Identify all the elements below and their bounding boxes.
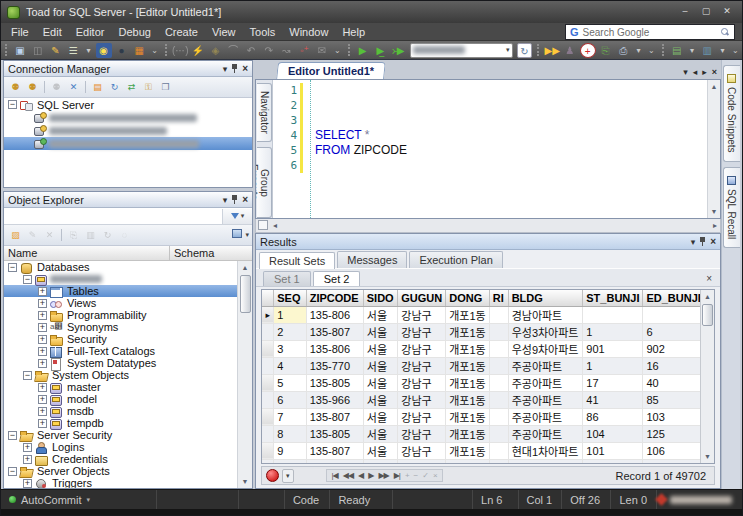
grid-cell[interactable]: 17: [583, 374, 643, 391]
menu-create[interactable]: Create: [158, 24, 205, 40]
row-indicator[interactable]: [262, 391, 274, 408]
grid-cell[interactable]: 135-770: [306, 357, 363, 374]
grid-cell[interactable]: 강남구: [398, 306, 446, 323]
grid-cell[interactable]: 서울: [363, 323, 397, 340]
nav-last-icon[interactable]: ▶|: [394, 471, 400, 480]
column-schema-header[interactable]: Schema: [170, 247, 252, 259]
column-header-zipcode[interactable]: ZIPCODE: [306, 290, 363, 306]
row-indicator[interactable]: [262, 374, 274, 391]
view-details-icon[interactable]: ▥: [83, 228, 98, 242]
expand-icon[interactable]: +: [38, 407, 47, 416]
grid-cell[interactable]: 901: [583, 340, 643, 357]
panel-close-icon[interactable]: ×: [242, 195, 248, 205]
tree-item-tempdb[interactable]: +tempdb: [4, 417, 237, 429]
navigate-up-icon[interactable]: ⌒: [225, 43, 241, 58]
view-mode-dropdown-icon[interactable]: ▾: [245, 231, 249, 239]
grid-cell[interactable]: 개포1동: [446, 306, 489, 323]
scroll-up-icon[interactable]: ▲: [711, 80, 718, 93]
connection-item-3[interactable]: [4, 137, 252, 150]
panel-dropdown-icon[interactable]: ▾: [223, 64, 228, 74]
nav-delete-icon[interactable]: −: [414, 471, 418, 480]
grid-cell[interactable]: 8: [274, 425, 306, 442]
tree-item-tables[interactable]: +Tables: [4, 285, 237, 297]
open-connections-icon[interactable]: ◫: [30, 43, 46, 58]
grid-vertical-scrollbar[interactable]: ▲ ▼: [700, 290, 714, 463]
scroll-down-icon[interactable]: ▼: [704, 450, 711, 463]
tree-item-msdb[interactable]: +msdb: [4, 405, 237, 417]
grid-cell[interactable]: 135-805: [306, 459, 363, 464]
options-window-icon[interactable]: ❐: [158, 80, 173, 94]
sql-export-icon[interactable]: ⎘: [598, 43, 614, 58]
expand-icon[interactable]: +: [23, 455, 32, 464]
filter-funnel-button[interactable]: ▾: [222, 209, 252, 224]
connect-as-icon[interactable]: ⚉: [25, 80, 40, 94]
editor-horizontal-scrollbar[interactable]: ◂ ▸: [255, 219, 721, 233]
grid-cell[interactable]: 주공아파트: [508, 357, 583, 374]
tab-code-snippets[interactable]: Code Snippets: [723, 65, 740, 162]
view-mode-icon[interactable]: [229, 228, 244, 242]
nav-first-icon[interactable]: |◀: [332, 471, 338, 480]
row-indicator[interactable]: [262, 357, 274, 374]
grid-cell[interactable]: 경남아파트: [508, 306, 583, 323]
grid-cell[interactable]: [643, 306, 704, 323]
report-dropdown-icon[interactable]: ▾: [688, 46, 697, 55]
tree-item-master[interactable]: +master: [4, 381, 237, 393]
script-object-icon[interactable]: ⎘: [66, 228, 81, 242]
record-dropdown-icon[interactable]: ▾: [282, 469, 294, 483]
grid-cell[interactable]: 135-805: [306, 374, 363, 391]
tab-group-execute[interactable]: Group Execute: [257, 147, 272, 218]
tree-item-sql-server[interactable]: −SQL Server: [4, 98, 252, 111]
export-dropdown-icon[interactable]: ▾: [718, 46, 727, 55]
tree-item-programmability[interactable]: +Programmability: [4, 309, 237, 321]
grid-cell[interactable]: 주공아파트: [508, 425, 583, 442]
grid-cell[interactable]: 85: [643, 391, 704, 408]
export-tools-icon[interactable]: ▥: [699, 43, 715, 58]
drop-object-icon[interactable]: ✕: [42, 228, 57, 242]
fast-forward-icon[interactable]: ▶▶: [544, 43, 560, 58]
column-header-st-bunji[interactable]: ST_BUNJI: [583, 290, 643, 306]
report-tools-icon[interactable]: ▤: [669, 43, 685, 58]
web-globe-icon[interactable]: ●: [114, 43, 130, 58]
tree-item-server-security[interactable]: −Server Security: [4, 429, 237, 441]
tab-scroll-right-icon[interactable]: ▸: [702, 67, 707, 77]
record-stop-icon[interactable]: [266, 469, 279, 482]
grid-cell[interactable]: 강남구: [398, 442, 446, 459]
grid-cell[interactable]: 6: [274, 391, 306, 408]
grid-cell[interactable]: 강남구: [398, 391, 446, 408]
menu-file[interactable]: File: [4, 24, 36, 40]
grid-cell[interactable]: 서울: [363, 374, 397, 391]
grid-cell[interactable]: 1: [274, 306, 306, 323]
connection-properties-icon[interactable]: ▤: [90, 80, 105, 94]
grid-cell[interactable]: 강남구: [398, 408, 446, 425]
tab-close-icon[interactable]: ×: [712, 67, 717, 77]
grid-cell[interactable]: 개포1동: [446, 323, 489, 340]
grid-cell[interactable]: 16: [643, 357, 704, 374]
test-connection-icon[interactable]: ⇄: [124, 80, 139, 94]
grid-cell[interactable]: [489, 323, 508, 340]
tree-item-synonyms[interactable]: +Synonyms: [4, 321, 237, 333]
grid-cell[interactable]: 서울: [363, 459, 397, 464]
row-indicator[interactable]: [262, 425, 274, 442]
menu-debug[interactable]: Debug: [111, 24, 157, 40]
watch-icon[interactable]: ✉: [314, 43, 330, 58]
object-tree-scrollbar[interactable]: ▲ ▼: [237, 261, 252, 488]
tree-item-security[interactable]: +Security: [4, 333, 237, 345]
execute-statement-icon[interactable]: ᚛▶: [390, 43, 406, 58]
google-search-box[interactable]: G Search Google: [565, 24, 735, 40]
grid-cell[interactable]: [489, 442, 508, 459]
collapse-icon[interactable]: −: [8, 467, 17, 476]
grid-cell[interactable]: 서울: [363, 425, 397, 442]
autocommit-dropdown-icon[interactable]: ▾: [87, 496, 91, 504]
collapse-icon[interactable]: −: [8, 263, 17, 272]
tips-lightbulb-icon[interactable]: ◉: [96, 43, 112, 58]
grid-cell[interactable]: [489, 374, 508, 391]
grid-cell[interactable]: 9: [274, 442, 306, 459]
grid-cell[interactable]: 104: [583, 425, 643, 442]
nav-cancel-icon[interactable]: ×: [433, 471, 437, 480]
grid-cell[interactable]: 135-806: [306, 340, 363, 357]
end-connection-icon[interactable]: ✕: [66, 80, 81, 94]
column-header-ri[interactable]: RI: [489, 290, 508, 306]
grid-cell[interactable]: 개포1동: [446, 340, 489, 357]
grid-corner-cell[interactable]: [262, 290, 274, 306]
grid-cell[interactable]: 주공아파트: [508, 408, 583, 425]
